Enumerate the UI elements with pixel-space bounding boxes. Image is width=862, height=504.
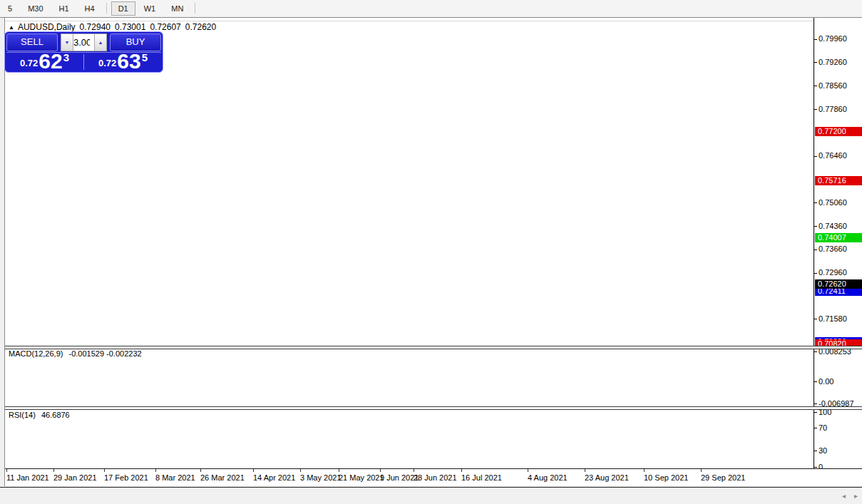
price-tick-mark bbox=[814, 250, 817, 250]
price-tick-label: 0.77860 bbox=[819, 105, 847, 113]
volume-up-icon[interactable]: ▲ bbox=[94, 34, 107, 51]
price-tick-label: 0.72960 bbox=[819, 268, 847, 277]
chart-tabs: ◂ ▸ bbox=[0, 488, 862, 504]
price-axis[interactable]: 0.799600.792600.785600.778600.764600.750… bbox=[814, 18, 862, 469]
sell-price-prefix: 0.72 bbox=[20, 58, 38, 68]
bar-open: 0.72940 bbox=[80, 22, 111, 32]
volume-down-icon[interactable]: ▼ bbox=[61, 34, 73, 51]
date-tick-label: 28 Jun 2021 bbox=[414, 473, 457, 482]
date-tick-label: 4 Aug 2021 bbox=[528, 473, 568, 482]
rsi-scale-label-tick bbox=[814, 428, 817, 428]
tab-scroll-nav: ◂ ▸ bbox=[842, 488, 858, 504]
date-tick-label: 29 Jan 2021 bbox=[53, 473, 97, 482]
time-axis-line bbox=[5, 468, 862, 469]
buy-price-prefix: 0.72 bbox=[98, 58, 116, 68]
current-price-badge: 0.72620 bbox=[815, 279, 862, 289]
level-price-badge: 0.77200 bbox=[815, 127, 862, 136]
date-tick-mark bbox=[53, 469, 54, 472]
sell-price-big: 62 bbox=[39, 52, 62, 71]
rsi-panel-splitter[interactable] bbox=[5, 406, 862, 410]
date-tick-label: 3 May 2021 bbox=[300, 473, 341, 482]
rsi-scale-label: 70 bbox=[819, 423, 827, 432]
date-tick-mark bbox=[6, 469, 7, 472]
price-divider bbox=[83, 54, 84, 70]
macd-name: MACD(12,26,9) bbox=[9, 349, 63, 358]
sell-price-pip: 3 bbox=[63, 53, 69, 63]
volume-spinner: ▼ ▲ bbox=[61, 34, 107, 51]
date-tick-label: 23 Aug 2021 bbox=[585, 473, 629, 482]
date-tick-label: 8 Mar 2021 bbox=[155, 473, 195, 482]
price-tick-label: 0.76460 bbox=[819, 151, 847, 160]
date-tick-label: 21 May 2021 bbox=[339, 473, 384, 482]
macd-scale-label: 0.00 bbox=[819, 377, 833, 386]
trading-platform-window: 5M30H1H4D1W1MN ▲ AUDUSD,Daily 0.72940 0.… bbox=[0, 0, 862, 504]
chart-symbol: AUDUSD,Daily bbox=[18, 22, 76, 32]
price-tick-label: 0.75060 bbox=[819, 198, 847, 207]
date-tick-label: 29 Sep 2021 bbox=[701, 473, 745, 482]
price-tick-mark bbox=[814, 62, 817, 63]
price-tick-mark bbox=[814, 109, 817, 110]
rsi-scale-label-tick bbox=[814, 467, 817, 468]
timeframe-button-5[interactable]: 5 bbox=[1, 1, 19, 16]
window-top-border bbox=[0, 17, 862, 18]
rsi-indicator-label: RSI(14) 46.6876 bbox=[9, 411, 70, 419]
bar-high: 0.73001 bbox=[115, 22, 145, 32]
date-tick-label: 26 Mar 2021 bbox=[200, 473, 245, 482]
price-tick-mark bbox=[814, 156, 817, 157]
date-tick-mark bbox=[461, 469, 462, 472]
date-tick-mark bbox=[701, 469, 702, 472]
volume-input[interactable] bbox=[73, 34, 94, 51]
panel-collapse-icon[interactable]: ▲ bbox=[9, 24, 14, 31]
price-tick-label: 0.74360 bbox=[819, 222, 847, 230]
toolbar-separator bbox=[195, 3, 195, 14]
price-tick-label: 0.71580 bbox=[819, 314, 847, 323]
timeframe-button-h1[interactable]: H1 bbox=[52, 1, 76, 16]
price-tick-label: 0.79260 bbox=[819, 58, 847, 66]
macd-scale-label-tick bbox=[814, 351, 817, 352]
buy-price-display[interactable]: 0.72 63 5 bbox=[85, 53, 161, 71]
date-axis[interactable]: 11 Jan 202129 Jan 202117 Feb 20218 Mar 2… bbox=[5, 469, 862, 485]
date-tick-mark bbox=[155, 469, 156, 472]
chart-canvas[interactable] bbox=[0, 0, 862, 504]
level-price-badge: 0.75716 bbox=[815, 176, 862, 185]
sell-price-display[interactable]: 0.72 62 3 bbox=[6, 53, 83, 71]
price-tick-label: 0.79960 bbox=[819, 34, 847, 43]
date-tick-mark bbox=[339, 469, 339, 472]
date-tick-mark bbox=[585, 469, 585, 472]
price-tick-mark bbox=[814, 86, 817, 86]
level-price-badge: 0.74007 bbox=[815, 233, 862, 242]
buy-price-big: 63 bbox=[117, 52, 140, 71]
macd-indicator-label: MACD(12,26,9) -0.001529 -0.002232 bbox=[9, 349, 142, 358]
date-tick-mark bbox=[253, 469, 254, 472]
tabs-scroll-left-icon[interactable]: ◂ bbox=[842, 492, 846, 500]
chart-title: ▲ AUDUSD,Daily 0.72940 0.73001 0.72607 0… bbox=[9, 22, 216, 32]
tabs-scroll-right-icon[interactable]: ▸ bbox=[854, 492, 858, 500]
price-tick-mark bbox=[814, 273, 817, 274]
bar-close: 0.72620 bbox=[185, 22, 216, 32]
bar-low: 0.72607 bbox=[150, 22, 180, 32]
timeframe-button-d1[interactable]: D1 bbox=[111, 1, 135, 16]
macd-values: -0.001529 -0.002232 bbox=[68, 349, 141, 358]
date-tick-label: 11 Jan 2021 bbox=[6, 473, 49, 482]
rsi-scale-label: 30 bbox=[819, 446, 827, 455]
date-tick-mark bbox=[644, 469, 645, 472]
date-tick-label: 16 Jul 2021 bbox=[461, 473, 502, 482]
macd-scale-label-tick bbox=[814, 381, 817, 382]
one-click-trading-panel: SELL ▼ ▲ BUY 0.72 62 3 0.72 63 5 bbox=[4, 31, 163, 73]
price-tick-mark bbox=[814, 202, 817, 203]
price-tick-mark bbox=[814, 319, 817, 319]
timeframe-button-mn[interactable]: MN bbox=[164, 1, 190, 16]
price-tick-mark bbox=[814, 39, 817, 40]
date-tick-label: 10 Sep 2021 bbox=[644, 473, 688, 482]
timeframe-button-m30[interactable]: M30 bbox=[21, 1, 50, 16]
macd-scale-label-tick bbox=[814, 403, 817, 404]
timeframe-button-w1[interactable]: W1 bbox=[137, 1, 163, 16]
window-left-border bbox=[4, 17, 5, 486]
timeframe-button-h4[interactable]: H4 bbox=[78, 1, 102, 16]
date-tick-mark bbox=[200, 469, 201, 472]
rsi-value: 46.6876 bbox=[41, 411, 70, 419]
price-tick-mark bbox=[814, 226, 817, 227]
timeframe-toolbar: 5M30H1H4D1W1MN bbox=[0, 0, 862, 16]
date-tick-mark bbox=[380, 469, 381, 472]
rsi-name: RSI(14) bbox=[9, 411, 36, 419]
